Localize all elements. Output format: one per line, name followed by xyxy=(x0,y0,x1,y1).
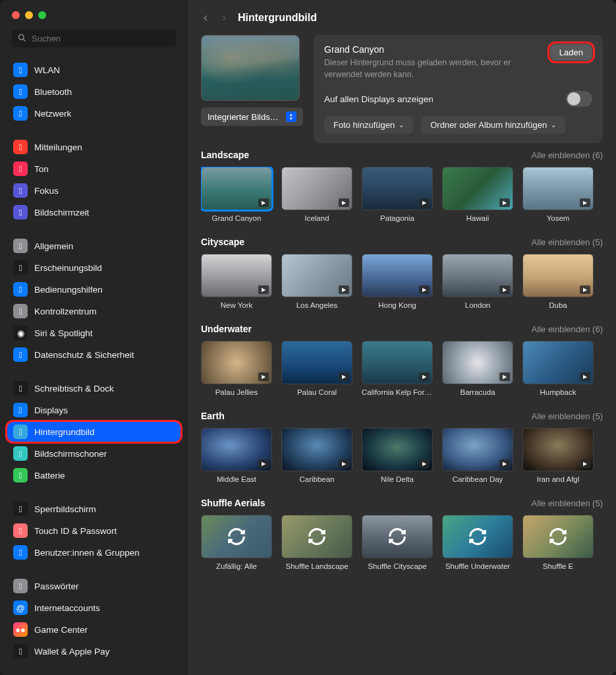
play-icon: ▶ xyxy=(499,198,510,207)
wallpaper-thumbnail[interactable]: ▶ xyxy=(522,341,594,384)
wallpaper-thumbnail[interactable] xyxy=(442,515,513,558)
page-title: Hintergrundbild xyxy=(238,12,317,24)
wallpaper-thumbnail[interactable]: ▶ xyxy=(201,167,272,210)
wallpaper-thumbnail[interactable]: ▶ xyxy=(442,428,513,471)
add-photo-button[interactable]: Foto hinzufügen ⌄ xyxy=(324,116,413,134)
sidebar-item-sperrbildschirm[interactable]: 􀎡Sperrbildschirm xyxy=(7,498,181,519)
forward-button[interactable]: › xyxy=(219,9,229,26)
expand-all-link[interactable]: Alle einblenden (5) xyxy=(532,237,603,247)
sidebar-item-bildschirmschoner[interactable]: 􀏜Bildschirmschoner xyxy=(7,443,181,464)
expand-all-link[interactable]: Alle einblenden (6) xyxy=(532,324,603,334)
wallpaper-sections[interactable]: LandscapeAlle einblenden (6)▶Grand Canyo… xyxy=(188,150,616,675)
section-title: Landscape xyxy=(201,150,249,160)
wallpaper-tile: ▶Patagonia xyxy=(362,167,433,222)
key-icon: 􀟖 xyxy=(13,579,28,593)
expand-all-link[interactable]: Alle einblenden (5) xyxy=(532,498,603,508)
zoom-window-button[interactable] xyxy=(38,11,46,19)
shuffle-icon xyxy=(362,515,432,558)
sidebar-item-wallet-apple-pay[interactable]: 􀏰Wallet & Apple Pay xyxy=(7,641,181,662)
wallpaper-thumbnail[interactable]: ▶ xyxy=(201,428,272,471)
sidebar-item-internetaccounts[interactable]: @Internetaccounts xyxy=(7,597,181,618)
add-folder-button[interactable]: Ordner oder Album hinzufügen ⌄ xyxy=(421,116,565,134)
sidebar-item-bluetooth[interactable]: 􀖀Bluetooth xyxy=(7,81,181,102)
sidebar-item-label: Benutzer:innen & Gruppen xyxy=(34,548,140,558)
wallpaper-thumbnail[interactable]: ▶ xyxy=(522,167,594,210)
display-select[interactable]: Integrierter Bildsc… ▴▾ xyxy=(201,107,303,126)
sidebar-item-schreibtisch-dock[interactable]: 􀒹Schreibtisch & Dock xyxy=(7,378,181,399)
sidebar-item-bedienungshilfen[interactable]: 􀕾Bedienungshilfen xyxy=(7,279,181,300)
wallpaper-tile: ▶Middle East xyxy=(201,428,272,483)
bell-icon: 􀋚 xyxy=(13,140,28,154)
hand-icon: 􀉼 xyxy=(13,347,28,362)
sidebar-item-mitteilungen[interactable]: 􀋚Mitteilungen xyxy=(7,136,181,158)
all-displays-toggle[interactable] xyxy=(566,91,592,107)
sidebar-item-game-center[interactable]: ●●Game Center xyxy=(7,619,181,640)
sidebar-item-fokus[interactable]: 􀆺Fokus xyxy=(7,180,181,201)
wallpaper-tile: ▶Yosem xyxy=(522,167,594,222)
load-button[interactable]: Laden xyxy=(550,44,592,61)
wallpaper-thumbnail[interactable]: ▶ xyxy=(362,254,433,297)
wallpaper-grid: ▶Palau Jellies▶Palau Coral▶California Ke… xyxy=(201,341,603,396)
wallpaper-thumbnail[interactable]: ▶ xyxy=(522,428,594,471)
search-input[interactable] xyxy=(12,30,176,47)
wallpaper-thumbnail[interactable] xyxy=(201,515,272,558)
wallpaper-tile: Shuffle Cityscape xyxy=(362,515,433,570)
sidebar-item-label: Batterie xyxy=(34,471,65,481)
wallpaper-thumbnail[interactable]: ▶ xyxy=(442,254,513,297)
sidebar-item-benutzer-innen-gruppen[interactable]: 􀉬Benutzer:innen & Gruppen xyxy=(7,542,181,563)
close-window-button[interactable] xyxy=(12,11,20,19)
minimize-window-button[interactable] xyxy=(25,11,33,19)
wifi-icon: 􀙇 xyxy=(13,63,28,77)
wallpaper-tile-label: Grand Canyon xyxy=(201,214,272,222)
sidebar-item-datenschutz-sicherheit[interactable]: 􀉼Datenschutz & Sicherheit xyxy=(7,344,181,365)
wallpaper-thumbnail[interactable]: ▶ xyxy=(201,254,272,297)
sidebar-item-erscheinungsbild[interactable]: 􀀻Erscheinungsbild xyxy=(7,257,181,278)
wallpaper-tile-label: Shuffle Cityscape xyxy=(362,562,433,570)
back-button[interactable]: ‹ xyxy=(201,9,210,26)
sidebar-item-label: Hintergrundbild xyxy=(34,427,95,437)
wallpaper-thumbnail[interactable] xyxy=(281,515,352,558)
hourglass-icon: 􀖇 xyxy=(13,205,28,220)
sidebar-item-bildschirmzeit[interactable]: 􀖇Bildschirmzeit xyxy=(7,202,181,223)
wallpaper-tile: ▶Nile Delta xyxy=(362,428,433,483)
sidebar-item-kontrollzentrum[interactable]: 􀜊Kontrollzentrum xyxy=(7,301,181,322)
wallpaper-thumbnail[interactable]: ▶ xyxy=(201,341,272,384)
wallpaper-tile-label: Palau Jellies xyxy=(201,388,272,396)
wallpaper-thumbnail[interactable]: ▶ xyxy=(281,341,352,384)
wallpaper-thumbnail[interactable]: ▶ xyxy=(362,428,433,471)
wallpaper-tile: ▶Barracuda xyxy=(442,341,513,396)
play-icon: ▶ xyxy=(419,459,430,468)
sidebar-item-ton[interactable]: 􀊨Ton xyxy=(7,158,181,179)
play-icon: ▶ xyxy=(580,372,590,381)
wallpaper-tile-label: California Kelp Forest xyxy=(362,388,433,396)
wallpaper-thumbnail[interactable]: ▶ xyxy=(442,167,513,210)
expand-all-link[interactable]: Alle einblenden (6) xyxy=(532,150,603,160)
wallpaper-tile-label: Middle East xyxy=(201,475,272,483)
sidebar-item-batterie[interactable]: 􀛨Batterie xyxy=(7,465,181,486)
sidebar-item-allgemein[interactable]: 􀣋Allgemein xyxy=(7,235,181,256)
sidebar-item-passw-rter[interactable]: 􀟖Passwörter xyxy=(7,575,181,597)
sidebar-item-siri-spotlight[interactable]: ◉Siri & Spotlight xyxy=(7,322,181,343)
expand-all-link[interactable]: Alle einblenden (5) xyxy=(532,411,603,421)
play-icon: ▶ xyxy=(339,459,349,468)
wallpaper-thumbnail[interactable]: ▶ xyxy=(442,341,513,384)
wallpaper-thumbnail[interactable] xyxy=(522,515,594,558)
wallpaper-thumbnail[interactable]: ▶ xyxy=(281,254,352,297)
sidebar-item-label: Datenschutz & Sicherheit xyxy=(34,350,134,360)
wallpaper-grid: Zufällig: AlleShuffle LandscapeShuffle C… xyxy=(201,515,603,570)
sidebar-item-netzwerk[interactable]: 􀤆Netzwerk xyxy=(7,103,181,124)
wallpaper-thumbnail[interactable]: ▶ xyxy=(362,341,433,384)
wallpaper-thumbnail[interactable]: ▶ xyxy=(522,254,594,297)
sidebar-item-hintergrundbild[interactable]: 􀏟Hintergrundbild xyxy=(7,421,181,442)
wallpaper-tile: ▶Caribbean xyxy=(281,428,352,483)
svg-line-1 xyxy=(23,39,25,41)
shuffle-icon xyxy=(523,515,593,558)
network-icon: 􀤆 xyxy=(13,106,28,121)
sidebar-item-wlan[interactable]: 􀙇WLAN xyxy=(7,59,181,80)
sidebar-item-touch-id-passwort[interactable]: 􀟒Touch ID & Passwort xyxy=(7,520,181,541)
wallpaper-thumbnail[interactable]: ▶ xyxy=(362,167,433,210)
wallpaper-thumbnail[interactable] xyxy=(362,515,433,558)
sidebar-item-displays[interactable]: 􀢹Displays xyxy=(7,399,181,421)
wallpaper-thumbnail[interactable]: ▶ xyxy=(281,428,352,471)
wallpaper-thumbnail[interactable]: ▶ xyxy=(281,167,352,210)
